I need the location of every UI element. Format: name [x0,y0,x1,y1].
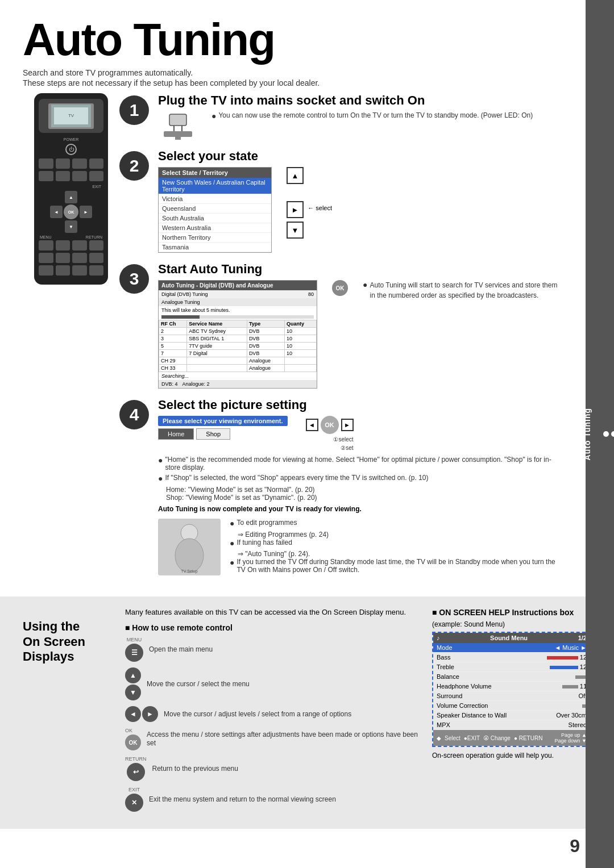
on-screen-header: ■ ON SCREEN HELP Instructions box [432,608,591,617]
col-type: Type [247,320,284,328]
left-remote-area: TV POWER ⏻ [23,93,119,585]
state-item-vic[interactable]: Victoria [159,194,271,204]
remote-btn-19[interactable] [72,265,87,276]
arrow-right-btn[interactable]: ► [287,201,304,218]
dpad-right[interactable]: ► [80,206,92,218]
step-3-bullet: ● Auto Tuning will start to search for T… [363,280,560,301]
table-row: 57TV guideDVB10 [159,343,317,350]
subtitle2: These steps are not necessary if the set… [23,78,591,87]
bass-label: Bass [437,654,450,661]
remote-btn-2[interactable] [56,158,70,169]
return-label: RETURN [86,235,102,239]
remote-btn-16[interactable] [89,253,104,263]
col-qty: Quanty [285,320,317,328]
remote-btn-12[interactable] [89,240,104,251]
menu-btn-icon[interactable]: ☰ [125,644,143,662]
up-btn-icon[interactable]: ▲ [125,667,141,683]
remote-btn-1[interactable] [39,158,53,169]
power-row: ⏻ [39,144,103,155]
state-item-nsw[interactable]: New South Wales / Australian Capital Ter… [159,178,271,194]
state-item-nt[interactable]: Northern Territory [159,233,271,243]
dvb4-row: DVB: 4 Analogue: 2 [159,380,317,388]
state-item-tas[interactable]: Tasmania [159,243,271,252]
arrow-up-btn[interactable]: ▲ [287,167,304,184]
step-2-number: 2 [119,151,149,181]
remote-btn-10[interactable] [56,240,70,251]
step-3-body: Start Auto Tuning Auto Tuning - Digital … [158,262,560,389]
remote-btn-6[interactable] [56,171,70,181]
remote-btn-18[interactable] [56,265,70,276]
ok-btn-icon[interactable]: OK [125,735,141,750]
page-up-label: Page up ▲ [561,732,587,738]
col-rfch: RF Ch [159,320,187,328]
remote-btn-8[interactable] [89,171,104,181]
remote-btn-13[interactable] [39,253,53,263]
svg-rect-6 [164,131,192,137]
remote-btn-11[interactable] [72,240,87,251]
dpad-left[interactable]: ◄ [50,206,63,218]
step-2-title: Select your state [158,149,560,164]
home-option[interactable]: Home [158,428,194,440]
complete-bullet-2-text: If tuning has failed [237,539,292,548]
analogue-label: Analogue Tuning [161,299,200,305]
step-4-content: Please select your viewing environment. … [158,416,560,451]
left-btn-icon[interactable]: ◄ [125,706,141,722]
exit-footer-label: ●EXIT [464,735,480,741]
exit-btn-icon[interactable]: ✕ [125,794,143,812]
balance-label: Balance [437,673,459,680]
down-btn-icon[interactable]: ▼ [125,685,141,700]
page-down-label: Page down ▼ [555,738,587,744]
ok-step4[interactable]: OK [321,416,339,434]
state-item-sa[interactable]: South Australia [159,214,271,223]
remote-btn-4[interactable] [89,158,104,169]
power-button[interactable]: ⏻ [65,144,77,155]
ok-button[interactable]: OK [64,205,78,219]
svg-rect-3 [169,114,186,126]
sound-menu-icon: ♪ [437,635,440,641]
complete-bullet-2: ● If tuning has failed [230,539,560,548]
steps-area: TV POWER ⏻ [23,93,591,585]
state-item-qld[interactable]: Queensland [159,204,271,214]
left-arrow-step4[interactable]: ◄ [306,419,318,431]
channel-table: RF Ch Service Name Type Quanty 2ABC TV S… [159,320,317,372]
right-sidebar: Quick Start Guide Auto Tuning Identifyin… [586,0,614,868]
remote-btn-14[interactable] [56,253,70,263]
remote-btn-3[interactable] [72,158,87,169]
ok-with-lr: ◄ OK ► [306,416,354,434]
using-osd-title: Using the On Screen Displays [23,619,114,664]
remote-btn-5[interactable] [39,171,53,181]
right-arrow-step4[interactable]: ► [341,419,354,431]
exit-label: EXIT [39,185,103,189]
bass-row: Bass 12 [433,653,590,662]
step-3-title: Start Auto Tuning [158,262,560,277]
lr-area: ◄ ► [125,706,158,722]
tuning-table: Auto Tuning - Digital (DVB) and Analogue… [158,280,317,389]
remote-btn-7[interactable] [72,171,87,181]
right-btn-icon[interactable]: ► [142,706,158,722]
mpx-label: MPX [437,721,450,728]
state-item-wa[interactable]: Western Australia [159,223,271,233]
mode-label: Mode [437,644,453,651]
arrow-down-btn[interactable]: ▼ [287,222,304,239]
step-4-bullet-2-text: If "Shop" is selected, the word "Shop" a… [165,474,428,483]
return-btn-icon[interactable]: ↩ [127,763,145,781]
svg-text:TV: TV [68,113,74,118]
table-row: CH 33Analogue [159,365,317,372]
remote-btn-17[interactable] [39,265,53,276]
step-4-home-note: Home: "Viewing Mode" is set as "Normal".… [166,486,560,494]
ok-step3-btn[interactable]: OK [332,280,348,296]
time-label-row: This will take about 5 minutes. [159,306,317,314]
state-selector-box[interactable]: Select State / Territory New South Wales… [158,167,272,253]
remote-btn-15[interactable] [72,253,87,263]
dpad-up[interactable]: ▲ [65,191,77,203]
sound-menu-footer: ◆ Select ●EXIT ⦿ Change ● RETURN Page up… [433,730,590,746]
shop-option[interactable]: Shop [196,428,230,440]
remote-btn-20[interactable] [89,265,104,276]
step-3-content: Auto Tuning - Digital (DVB) and Analogue… [158,280,560,389]
dvb-count: 80 [308,291,314,297]
select-icon: ◆ [437,735,441,741]
dpad-down[interactable]: ▼ [65,220,77,233]
how-to-return-row: RETURN ↩ Return to the previous menu [125,756,421,781]
remote-btn-9[interactable] [39,240,53,251]
subtitle1: Search and store TV programmes automatic… [23,68,591,77]
